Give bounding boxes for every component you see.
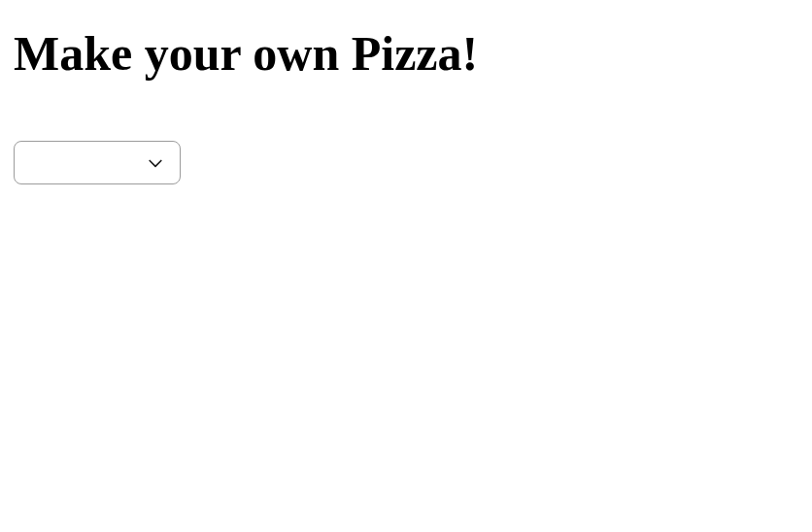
pizza-option-dropdown[interactable] xyxy=(14,141,181,184)
page-title: Make your own Pizza! xyxy=(14,27,798,81)
chevron-down-icon xyxy=(145,152,166,174)
